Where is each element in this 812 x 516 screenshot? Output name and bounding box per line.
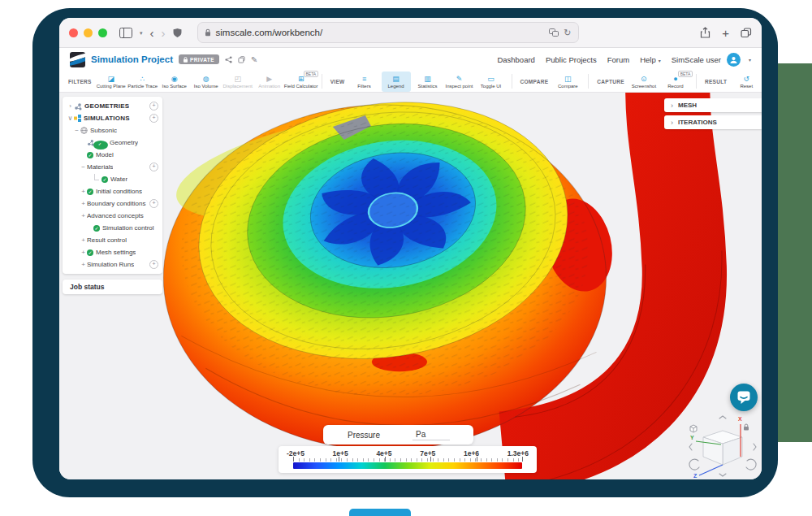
roll-ccw-button[interactable] — [689, 459, 699, 470]
expander-down-icon[interactable]: ∨ — [67, 115, 74, 122]
add-button[interactable]: + — [149, 102, 158, 111]
tool-statistics[interactable]: ▥Statistics — [413, 72, 443, 92]
chevron-down-icon: ▾ — [659, 59, 661, 63]
tool-label: Displacement — [223, 84, 253, 89]
expander-plus-icon[interactable]: + — [80, 212, 87, 219]
expander-minus-icon[interactable]: − — [73, 127, 80, 134]
tab-overview-icon[interactable] — [741, 28, 752, 38]
url-text[interactable]: simscale.com/workbench/ — [216, 28, 545, 37]
tree-item-water[interactable]: ✓Water — [63, 173, 162, 185]
expander-plus-icon[interactable]: + — [80, 188, 87, 195]
address-bar[interactable]: simscale.com/workbench/ ↻ — [197, 22, 579, 43]
rotate-left-button[interactable] — [689, 444, 692, 450]
view-lock-icon[interactable] — [744, 424, 749, 431]
tree-item-simulation-runs[interactable]: +Simulation Runs+ — [63, 258, 162, 271]
add-button[interactable]: + — [149, 163, 158, 171]
edit-icon[interactable]: ✎ — [251, 55, 257, 64]
new-tab-button[interactable]: + — [722, 27, 729, 39]
rotate-down-button[interactable] — [719, 474, 726, 476]
tool-compare[interactable]: ◫Compare — [553, 72, 582, 92]
reset-icon: ↺ — [743, 75, 749, 83]
viewport-3d[interactable]: ›GEOMETRIES+∨SIMULATIONS+−Subsonic✓Geome… — [59, 93, 762, 479]
privacy-shield-icon[interactable] — [173, 28, 182, 38]
tool-reset[interactable]: ↺Reset — [732, 72, 761, 92]
tool-legend[interactable]: ▤Legend — [382, 72, 411, 92]
beta-badge: BETA — [678, 71, 693, 77]
expander-plus-icon[interactable]: + — [80, 261, 87, 268]
legend-unit-select[interactable]: Pa — [412, 430, 450, 440]
legend-field-box: Pressure Pa — [323, 425, 473, 444]
avatar[interactable] — [727, 53, 741, 67]
rotate-right-button[interactable] — [754, 444, 756, 450]
nav-forum[interactable]: Forum — [607, 55, 629, 64]
tool-record[interactable]: BETA●Record — [661, 72, 690, 92]
tool-field-calculator[interactable]: BETA⊞Field Calculator — [287, 72, 316, 92]
translate-icon[interactable] — [549, 28, 559, 37]
tool-displacement[interactable]: ◰Displacement — [223, 72, 253, 92]
forward-button[interactable]: › — [162, 27, 166, 39]
expander-minus-icon[interactable]: − — [80, 163, 87, 171]
copy-project-icon[interactable] — [238, 56, 245, 63]
chat-button[interactable] — [730, 384, 758, 411]
tree-elbow-line — [94, 174, 99, 180]
iterations-panel-toggle[interactable]: › ITERATIONS — [664, 115, 762, 129]
tool-toggle-ui[interactable]: ▭Toggle UI — [477, 72, 506, 92]
tree-item-geometries[interactable]: ›GEOMETRIES+ — [63, 100, 162, 112]
expander-plus-icon[interactable]: + — [80, 249, 87, 256]
share-project-icon[interactable] — [225, 56, 232, 63]
chevron-down-icon[interactable]: ▾ — [140, 30, 143, 36]
tool-inspect-point[interactable]: ✎Inspect point — [445, 72, 474, 92]
iso-view-icon[interactable] — [690, 425, 697, 432]
tree-item-initial-conditions[interactable]: +✓Initial conditions — [63, 185, 162, 197]
pump-pressure-model[interactable] — [59, 93, 762, 479]
tree-item-model[interactable]: ✓Model — [63, 149, 162, 161]
tree-item-simulation-control[interactable]: ✓Simulation control — [63, 222, 162, 234]
nav-help[interactable]: Help▾ — [640, 55, 661, 64]
minimize-window-button[interactable] — [84, 28, 93, 37]
chevron-down-icon[interactable]: ▾ — [749, 57, 751, 63]
nav-public-projects[interactable]: Public Projects — [546, 55, 597, 64]
tool-particle-trace[interactable]: ∴Particle Trace — [128, 72, 158, 92]
zoom-window-button[interactable] — [98, 28, 107, 37]
expander-right-icon[interactable]: › — [67, 102, 74, 110]
close-window-button[interactable] — [69, 28, 78, 37]
compare-icon: ◫ — [564, 75, 572, 83]
tree-item-result-control[interactable]: +Result control — [63, 234, 162, 246]
rotate-up-button[interactable] — [719, 416, 726, 418]
add-button[interactable]: + — [149, 260, 158, 269]
tree-item-subsonic[interactable]: −Subsonic — [63, 124, 162, 137]
expander-plus-icon[interactable]: + — [80, 236, 87, 244]
tool-screenshot[interactable]: ⊙Screenshot — [629, 72, 659, 92]
tree-item-materials[interactable]: −Materials+ — [63, 161, 162, 173]
add-button[interactable]: + — [149, 114, 158, 123]
tool-cutting-plane[interactable]: ◪Cutting Plane — [97, 72, 126, 92]
add-button[interactable]: + — [149, 199, 158, 208]
view-navigation-widget[interactable]: X Y Z — [685, 413, 760, 479]
expander-plus-icon[interactable]: + — [80, 200, 87, 207]
project-title[interactable]: Simulation Project — [91, 54, 173, 64]
job-status-panel[interactable]: Job status — [63, 280, 162, 294]
sidebar-toggle-button[interactable] — [119, 28, 132, 38]
nav-dashboard[interactable]: Dashboard — [497, 55, 534, 64]
tree-item-boundary-conditions[interactable]: +Boundary conditions+ — [63, 197, 162, 210]
tool-label: Filters — [357, 84, 370, 89]
tool-animation[interactable]: ▶Animation — [255, 72, 284, 92]
tool-filters[interactable]: ≡Filters — [350, 72, 379, 92]
mesh-panel-toggle[interactable]: › MESH — [664, 98, 762, 112]
roll-cw-button[interactable] — [746, 459, 756, 470]
reload-icon[interactable]: ↻ — [564, 28, 571, 38]
browser-window: ▾ ‹ › simscale.com/workbench/ ↻ + — [59, 18, 762, 479]
share-page-icon[interactable] — [700, 27, 710, 38]
tree-item-label: Advanced concepts — [87, 212, 144, 219]
tool-iso-surface[interactable]: ◉Iso Surface — [160, 72, 189, 92]
nav-simscale-user[interactable]: SimScale user — [672, 55, 721, 64]
tree-item-mesh-settings[interactable]: +✓Mesh settings — [63, 246, 162, 258]
back-button[interactable]: ‹ — [150, 27, 154, 39]
tree-item-advanced-concepts[interactable]: +Advanced concepts — [63, 210, 162, 222]
z-axis-label: Z — [693, 473, 698, 479]
cube[interactable] — [703, 431, 742, 465]
tree-item-geometry[interactable]: ✓Geometry — [63, 137, 162, 149]
legend-field-select[interactable]: Pressure — [348, 431, 380, 440]
tree-item-simulations[interactable]: ∨SIMULATIONS+ — [63, 112, 162, 124]
tool-iso-volume[interactable]: ◍Iso Volume — [192, 72, 221, 92]
